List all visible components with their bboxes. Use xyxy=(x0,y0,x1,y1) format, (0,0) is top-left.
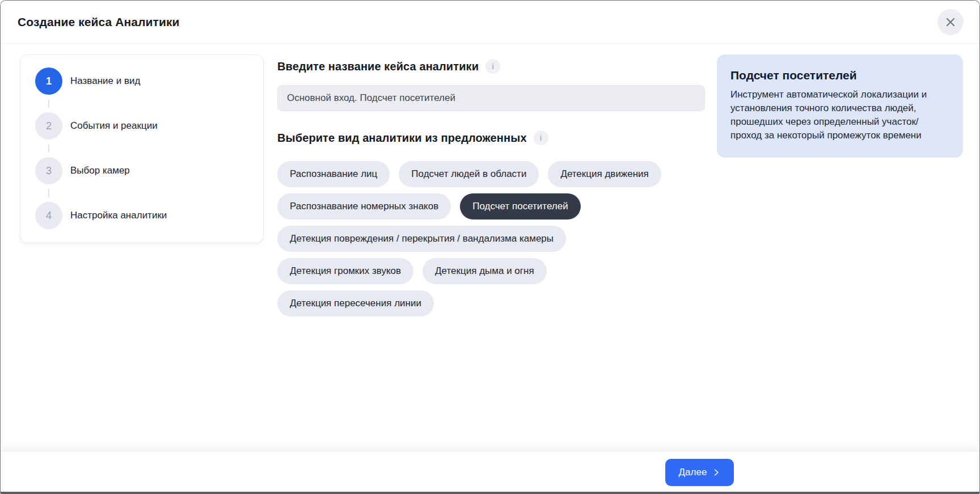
info-panel-title: Подсчет посетителей xyxy=(730,69,947,82)
step-connector xyxy=(48,99,49,108)
chip-row: Детекция громких звуковДетекция дыма и о… xyxy=(277,258,705,284)
analytics-type-chip[interactable]: Подсчет посетителей xyxy=(460,193,580,219)
next-button-label: Далее xyxy=(679,467,707,478)
stepper-item-3[interactable]: 3Выбор камер xyxy=(35,157,250,184)
analytics-type-chip[interactable]: Детекция пересечения линии xyxy=(277,290,434,316)
stepper-item-1[interactable]: 1Название и вид xyxy=(35,67,250,95)
type-section-heading: Выберите вид аналитики из предложенных i xyxy=(277,130,705,145)
stepper-item-4[interactable]: 4Настройка аналитики xyxy=(35,202,250,229)
type-heading-text: Выберите вид аналитики из предложенных xyxy=(277,132,527,145)
step-number-badge: 3 xyxy=(35,157,62,184)
chip-row: Детекция повреждения / перекрытия / ванд… xyxy=(277,226,705,252)
modal-footer: Далее xyxy=(1,451,979,492)
main-form: Введите название кейса аналитики i Выбер… xyxy=(277,59,705,323)
close-button[interactable] xyxy=(937,9,964,35)
step-number-badge: 2 xyxy=(35,112,62,140)
info-icon[interactable]: i xyxy=(534,130,548,145)
modal-header: Создание кейса Аналитики xyxy=(1,1,979,44)
analytics-chips: Распознавание лицПодсчет людей в области… xyxy=(277,161,705,323)
step-connector xyxy=(48,144,49,153)
info-panel-description: Инструмент автоматической локализации и … xyxy=(730,88,947,142)
analytics-type-chip[interactable]: Детекция движения xyxy=(548,161,661,187)
analytics-type-chip[interactable]: Распознавание лиц xyxy=(277,161,390,187)
info-icon[interactable]: i xyxy=(485,59,500,74)
close-icon xyxy=(945,17,956,27)
chip-row: Распознавание номерных знаковПодсчет пос… xyxy=(277,193,705,219)
step-label: Настройка аналитики xyxy=(70,210,167,221)
case-name-input[interactable] xyxy=(277,85,705,111)
step-number-badge: 1 xyxy=(35,67,62,95)
stepper-card: 1Название и вид2События и реакции3Выбор … xyxy=(20,54,264,243)
create-analytics-case-modal: Создание кейса Аналитики 1Название и вид… xyxy=(0,0,980,494)
step-label: Выбор камер xyxy=(70,165,130,176)
analytics-type-chip[interactable]: Подсчет людей в области xyxy=(399,161,539,187)
chevron-right-icon xyxy=(712,468,720,476)
analytics-type-chip[interactable]: Распознавание номерных знаков xyxy=(277,193,451,219)
analytics-type-chip[interactable]: Детекция громких звуков xyxy=(277,258,413,284)
modal-title: Создание кейса Аналитики xyxy=(18,15,180,29)
chip-row: Детекция пересечения линии xyxy=(277,290,705,316)
stepper-list: 1Название и вид2События и реакции3Выбор … xyxy=(35,67,250,229)
analytics-type-chip[interactable]: Детекция дыма и огня xyxy=(423,258,547,284)
name-section-heading: Введите название кейса аналитики i xyxy=(277,59,705,74)
step-connector xyxy=(48,189,49,197)
next-button[interactable]: Далее xyxy=(665,459,734,486)
step-label: События и реакции xyxy=(70,120,158,132)
name-heading-text: Введите название кейса аналитики xyxy=(277,60,479,73)
step-label: Название и вид xyxy=(70,75,140,87)
step-number-badge: 4 xyxy=(35,202,62,229)
analytics-info-panel: Подсчет посетителей Инструмент автоматич… xyxy=(717,54,963,158)
analytics-type-chip[interactable]: Детекция повреждения / перекрытия / ванд… xyxy=(277,226,566,252)
stepper-item-2[interactable]: 2События и реакции xyxy=(35,112,250,140)
chip-row: Распознавание лицПодсчет людей в области… xyxy=(277,161,705,187)
